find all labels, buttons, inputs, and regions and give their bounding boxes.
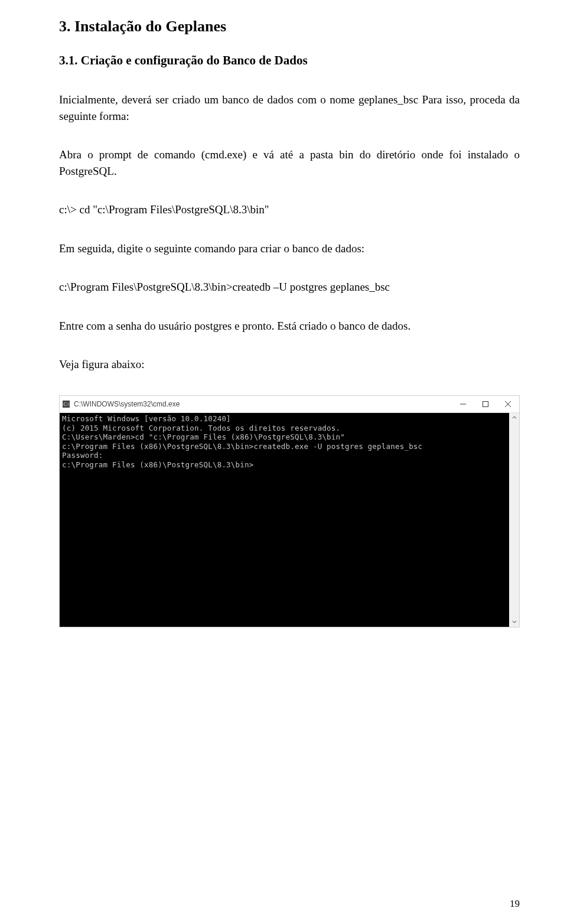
terminal-line: c:\Program Files (x86)\PostgreSQL\8.3\bi… (62, 460, 507, 470)
command-line-text: c:\> cd "c:\Program Files\PostgreSQL\8.3… (59, 201, 520, 218)
terminal-title: C:\WINDOWS\system32\cmd.exe (74, 400, 452, 408)
terminal-titlebar: C:\ C:\WINDOWS\system32\cmd.exe (60, 396, 519, 413)
terminal-line: C:\Users\Marden>cd "c:\Program Files (x8… (62, 432, 507, 442)
scroll-down-icon[interactable] (509, 617, 519, 627)
terminal-line: c:\Program Files (x86)\PostgreSQL\8.3\bi… (62, 442, 507, 451)
terminal-window: C:\ C:\WINDOWS\system32\cmd.exe Microsof… (59, 395, 520, 627)
svg-rect-3 (483, 401, 488, 406)
terminal-line: Microsoft Windows [versão 10.0.10240] (62, 414, 507, 424)
paragraph: Inicialmente, deverá ser criado um banco… (59, 92, 520, 124)
command-line-text: c:\Program Files\PostgreSQL\8.3\bin>crea… (59, 279, 520, 295)
maximize-button[interactable] (474, 396, 497, 412)
section-heading: 3. Instalação do Geplanes (59, 18, 520, 35)
cmd-icon: C:\ (62, 400, 70, 408)
close-button[interactable] (497, 396, 519, 412)
window-controls (452, 396, 519, 412)
minimize-button[interactable] (452, 396, 474, 412)
paragraph: Veja figura abaixo: (59, 356, 520, 373)
scroll-up-icon[interactable] (509, 413, 519, 423)
paragraph: Em seguida, digite o seguinte comando pa… (59, 240, 520, 257)
paragraph: Entre com a senha do usuário postgres e … (59, 318, 520, 334)
page-number: 19 (510, 898, 520, 910)
svg-text:C:\: C:\ (64, 402, 70, 407)
terminal-body-wrap: Microsoft Windows [versão 10.0.10240](c)… (60, 413, 519, 627)
terminal-line: Password: (62, 451, 507, 460)
terminal-line: (c) 2015 Microsoft Corporation. Todos os… (62, 424, 507, 433)
terminal-scrollbar[interactable] (509, 413, 519, 627)
terminal-body[interactable]: Microsoft Windows [versão 10.0.10240](c)… (60, 413, 509, 627)
paragraph: Abra o prompt de comando (cmd.exe) e vá … (59, 147, 520, 179)
subsection-heading: 3.1. Criação e configuração do Banco de … (59, 53, 520, 68)
document-page: 3. Instalação do Geplanes 3.1. Criação e… (0, 0, 567, 924)
